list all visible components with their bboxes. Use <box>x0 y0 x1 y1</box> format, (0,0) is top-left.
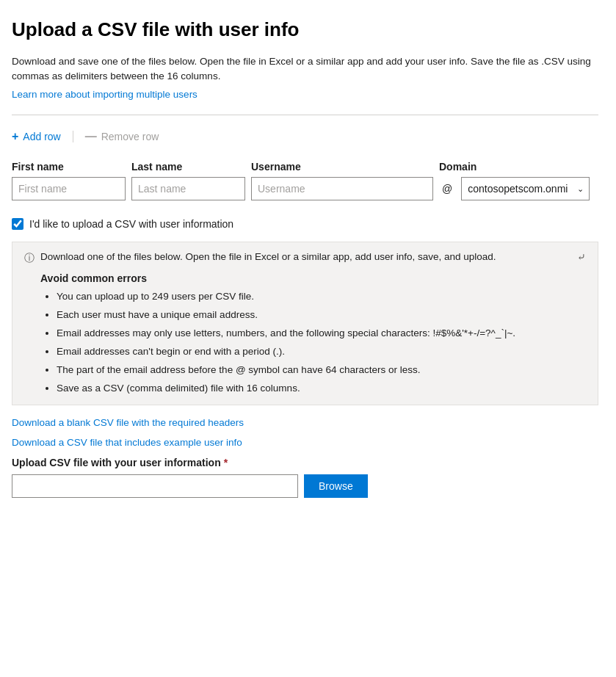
add-row-label: Add row <box>23 131 60 142</box>
add-row-button[interactable]: + Add row <box>12 127 61 146</box>
remove-row-button[interactable]: — Remove row <box>85 127 159 146</box>
page-title: Upload a CSV file with user info <box>12 18 598 43</box>
collapse-icon[interactable]: ⤶ <box>577 251 586 263</box>
firstname-input[interactable] <box>12 177 126 200</box>
label-username: Username <box>251 161 433 173</box>
domain-select-wrapper: contosopetscom.onmic... ⌄ <box>461 177 590 200</box>
list-item: Save as a CSV (comma delimited) file wit… <box>57 382 586 396</box>
browse-button[interactable]: Browse <box>304 474 368 498</box>
toolbar: + Add row — Remove row <box>12 127 598 146</box>
info-box-header-left: ⓘ Download one of the files below. Open … <box>24 251 496 265</box>
info-box: ⓘ Download one of the files below. Open … <box>12 242 598 405</box>
download-blank-csv-link[interactable]: Download a blank CSV file with the requi… <box>12 417 598 428</box>
csv-upload-checkbox-label[interactable]: I'd like to upload a CSV with user infor… <box>29 218 233 230</box>
list-item: Email addresses may only use letters, nu… <box>57 327 586 341</box>
download-example-csv-link[interactable]: Download a CSV file that includes exampl… <box>12 437 598 448</box>
list-item: You can upload up to 249 users per CSV f… <box>57 290 586 304</box>
domain-select[interactable]: contosopetscom.onmic... <box>461 177 590 200</box>
toolbar-divider <box>73 131 73 142</box>
lastname-input[interactable] <box>131 177 245 200</box>
minus-icon: — <box>85 130 97 143</box>
username-input[interactable] <box>251 177 433 200</box>
remove-row-label: Remove row <box>101 131 159 142</box>
learn-more-link[interactable]: Learn more about importing multiple user… <box>12 89 198 100</box>
error-list: You can upload up to 249 users per CSV f… <box>24 290 586 395</box>
form-labels-row: First name Last name Username Domain <box>12 161 598 173</box>
list-item: Email addresses can't begin or end with … <box>57 345 586 359</box>
list-item: The part of the email address before the… <box>57 363 586 377</box>
checkbox-row: I'd like to upload a CSV with user infor… <box>12 218 598 230</box>
upload-label: Upload CSV file with your user informati… <box>12 457 598 468</box>
plus-icon: + <box>12 130 18 143</box>
section-divider <box>12 115 598 115</box>
upload-label-text: Upload CSV file with your user informati… <box>12 457 221 468</box>
upload-file-input[interactable] <box>12 474 298 498</box>
list-item: Each user must have a unique email addre… <box>57 308 586 322</box>
info-box-description: Download one of the files below. Open th… <box>40 251 496 262</box>
label-lastname: Last name <box>131 161 245 173</box>
label-firstname: First name <box>12 161 126 173</box>
required-indicator: * <box>224 457 228 468</box>
info-box-header: ⓘ Download one of the files below. Open … <box>24 251 586 265</box>
info-icon: ⓘ <box>24 252 35 265</box>
label-domain: Domain <box>439 161 477 173</box>
upload-row: Browse <box>12 474 598 498</box>
inputs-row: @ contosopetscom.onmic... ⌄ <box>12 177 598 200</box>
avoid-errors-title: Avoid common errors <box>40 272 586 284</box>
csv-upload-checkbox[interactable] <box>12 218 23 230</box>
description-text: Download and save one of the files below… <box>12 54 598 84</box>
at-symbol: @ <box>439 177 455 200</box>
upload-section: Upload CSV file with your user informati… <box>12 457 598 498</box>
